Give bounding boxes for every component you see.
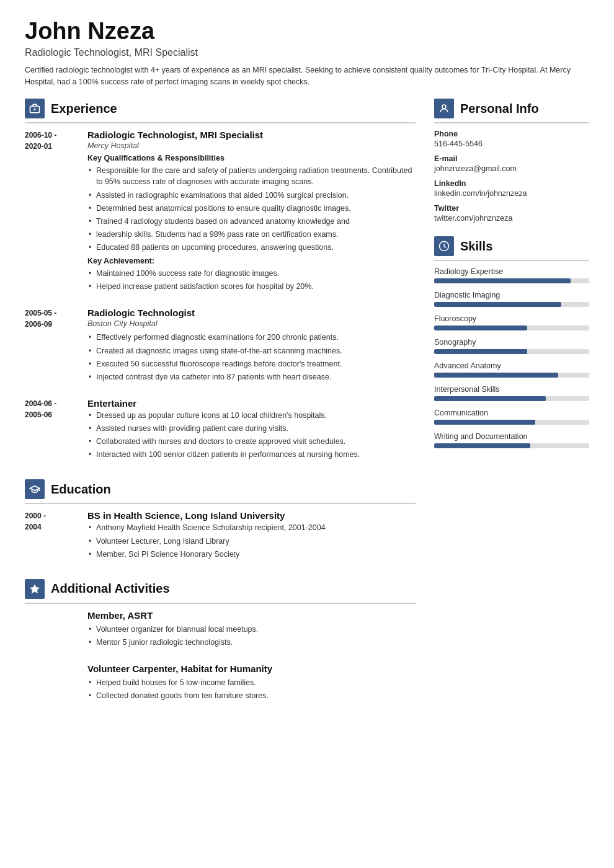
skill-bar-fill-1 [434,302,561,307]
edu-1-body: BS in Health Science, Long Island Univer… [87,510,416,561]
info-linkedin: LinkedIn linkedin.com/in/johnznzeza [434,179,589,198]
skill-name-0: Radiology Expertise [434,267,589,276]
candidate-summary: Certified radiologic technologist with 4… [25,64,589,88]
act-2-body: Volunteer Carpenter, Habitat for Humanit… [87,663,416,703]
left-column: Experience 2006-10 - 2020-01 Radiologic … [25,99,416,843]
skill-bar-bg-3 [434,349,589,354]
entry-3-body: Entertainer Dressed up as popular cultur… [87,398,416,463]
act-2-dates [25,663,78,703]
experience-title: Experience [51,102,117,116]
entry-2-org: Boston City Hospital [87,319,416,328]
entry-1-bullets-2: Maintained 100% success rate for diagnos… [87,268,416,292]
skill-item-2: Fluoroscopy [434,314,589,330]
skill-item-1: Diagnostic Imaging [434,291,589,307]
act-2-title: Volunteer Carpenter, Habitat for Humanit… [87,663,416,674]
resume-page: John Nzeza Radiologic Technologist, MRI … [0,0,614,868]
experience-entry-1: 2006-10 - 2020-01 Radiologic Technologis… [25,130,416,294]
skill-bar-fill-2 [434,326,527,330]
personal-info-icon [434,99,454,118]
entry-3-title: Entertainer [87,398,416,409]
education-icon [25,479,45,499]
skill-bar-bg-2 [434,326,589,330]
skill-bar-bg-0 [434,278,589,283]
entry-2-title: Radiologic Technologist [87,308,416,318]
svg-marker-3 [30,584,40,593]
skill-bar-bg-6 [434,420,589,425]
skill-item-6: Communication [434,409,589,425]
activities-section-header: Additional Activities [25,579,416,604]
experience-section-header: Experience [25,99,416,123]
entry-3-bullets: Dressed up as popular culture icons at 1… [87,410,416,461]
skill-bar-bg-7 [434,443,589,448]
act-1-body: Member, ASRT Volunteer organizer for bia… [87,610,416,650]
education-section-header: Education [25,479,416,504]
personal-info-title: Personal Info [460,102,539,116]
edu-1-dates: 2000 - 2004 [25,510,78,561]
info-email: E-mail johnznzeza@gmail.com [434,154,589,173]
skills-title: Skills [460,239,492,254]
header: John Nzeza Radiologic Technologist, MRI … [25,19,589,87]
act-1-bullets: Volunteer organizer for biannual local m… [87,624,416,648]
skill-bar-bg-4 [434,373,589,378]
skill-bar-fill-4 [434,373,558,378]
candidate-subtitle: Radiologic Technologist, MRI Specialist [25,47,589,58]
personal-info-header: Personal Info [434,99,589,123]
svg-point-4 [442,105,446,108]
experience-entry-3: 2004-06 - 2005-06 Entertainer Dressed up… [25,398,416,463]
info-phone: Phone 516-445-5546 [434,130,589,148]
entry-1-org: Mercy Hospital [87,141,416,150]
right-column: Personal Info Phone 516-445-5546 E-mail … [434,99,589,843]
skill-bar-fill-3 [434,349,527,354]
skill-bar-fill-6 [434,420,535,425]
skill-bar-fill-0 [434,278,571,283]
skill-name-3: Sonography [434,338,589,347]
act-1-dates [25,610,78,650]
skills-list: Radiology Expertise Diagnostic Imaging F… [434,267,589,448]
entry-2-bullets: Effectively performed diagnostic examina… [87,332,416,383]
act-2-bullets: Helped build houses for 5 low-income fam… [87,677,416,701]
entry-2-dates: 2005-05 - 2006-09 [25,308,78,384]
info-twitter: Twitter twitter.com/johnznzeza [434,204,589,223]
entry-2-body: Radiologic Technologist Boston City Hosp… [87,308,416,384]
entry-1-title: Radiologic Technologist, MRI Specialist [87,130,416,140]
skill-bar-bg-1 [434,302,589,307]
activities-title: Additional Activities [51,582,170,596]
edu-1-bullets: Anthony Mayfield Health Science Scholars… [87,522,416,559]
personal-info-section: Personal Info Phone 516-445-5546 E-mail … [434,99,589,223]
skills-icon [434,236,454,256]
skill-item-0: Radiology Expertise [434,267,589,283]
entry-3-dates: 2004-06 - 2005-06 [25,398,78,463]
education-section: Education 2000 - 2004 BS in Health Scien… [25,479,416,561]
skill-item-3: Sonography [434,338,589,354]
skills-section: Skills Radiology Expertise Diagnostic Im… [434,236,589,448]
skill-item-4: Advanced Anatomy [434,361,589,378]
skill-item-5: Interpersonal Skills [434,385,589,401]
activities-icon [25,579,45,599]
skill-name-7: Writing and Documentation [434,432,589,441]
skill-name-4: Advanced Anatomy [434,361,589,370]
candidate-name: John Nzeza [25,19,589,45]
entry-1-subheading-1: Key Qualifications & Responsibilities [87,154,416,162]
activities-entry-1: Member, ASRT Volunteer organizer for bia… [25,610,416,650]
skills-header: Skills [434,236,589,261]
entry-1-bullets-1: Responsible for the care and safety of p… [87,165,416,253]
skill-bar-fill-7 [434,443,530,448]
skill-bar-fill-5 [434,396,546,401]
skill-name-5: Interpersonal Skills [434,385,589,394]
main-content: Experience 2006-10 - 2020-01 Radiologic … [25,99,589,843]
skill-name-6: Communication [434,409,589,417]
skill-name-2: Fluoroscopy [434,314,589,323]
education-entry-1: 2000 - 2004 BS in Health Science, Long I… [25,510,416,561]
experience-icon [25,99,45,118]
entry-1-body: Radiologic Technologist, MRI Specialist … [87,130,416,294]
edu-1-title: BS in Health Science, Long Island Univer… [87,510,416,521]
skill-name-1: Diagnostic Imaging [434,291,589,299]
entry-1-subheading-2: Key Achievement: [87,257,416,265]
activities-section: Additional Activities Member, ASRT Volun… [25,579,416,704]
entry-1-dates: 2006-10 - 2020-01 [25,130,78,294]
experience-section: Experience 2006-10 - 2020-01 Radiologic … [25,99,416,462]
act-1-title: Member, ASRT [87,610,416,621]
experience-entry-2: 2005-05 - 2006-09 Radiologic Technologis… [25,308,416,384]
activities-entry-2: Volunteer Carpenter, Habitat for Humanit… [25,663,416,703]
education-title: Education [51,482,111,497]
